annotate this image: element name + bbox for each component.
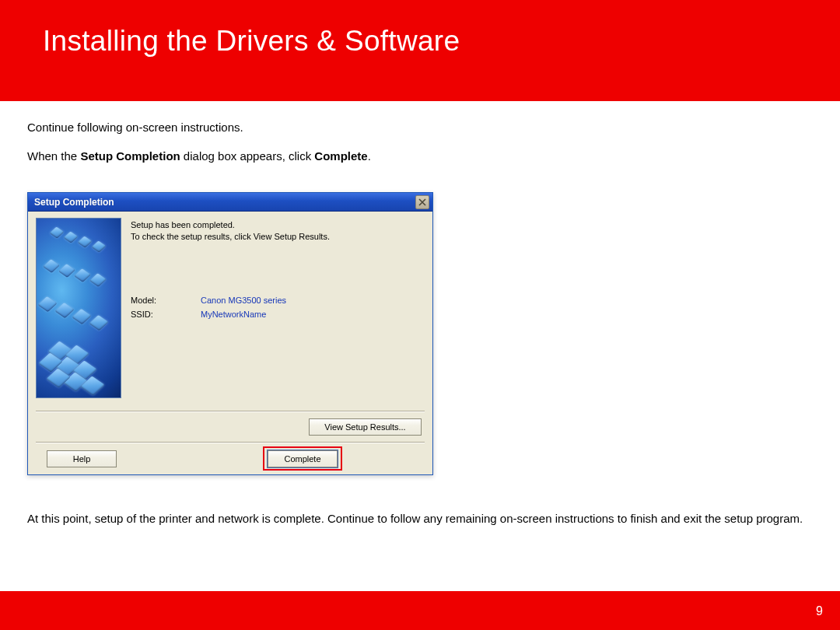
slide-body: Continue following on-screen instruction… <box>0 101 840 591</box>
view-setup-results-button[interactable]: View Setup Results... <box>309 418 422 436</box>
closing-paragraph: At this point, setup of the printer and … <box>27 511 813 527</box>
divider-2 <box>36 442 425 443</box>
slide-title: Installing the Drivers & Software <box>43 25 460 58</box>
dialog-titlebar[interactable]: Setup Completion <box>28 193 432 212</box>
instr2-pre: When the <box>27 149 80 163</box>
divider-1 <box>36 411 425 412</box>
setup-completion-dialog: Setup Completion <box>27 192 433 475</box>
model-label: Model: <box>131 296 201 305</box>
msg-line-1: Setup has been completed. <box>131 220 235 229</box>
dialog-body: Setup has been completed. To check the s… <box>28 212 432 474</box>
instr2-mid: dialog box appears, click <box>180 149 315 163</box>
model-value: Canon MG3500 series <box>201 296 286 305</box>
instr2-bold-1: Setup Completion <box>80 149 180 163</box>
instr2-bold-2: Complete <box>314 149 367 163</box>
close-button[interactable] <box>415 195 429 209</box>
help-button[interactable]: Help <box>47 450 117 467</box>
dialog-title: Setup Completion <box>34 197 415 208</box>
dialog-sidebar-graphic <box>36 218 121 398</box>
instruction-line-1: Continue following on-screen instruction… <box>27 121 243 134</box>
slide-header: Installing the Drivers & Software <box>0 0 840 101</box>
instruction-line-2: When the Setup Completion dialog box app… <box>27 149 371 163</box>
instr2-post: . <box>368 149 371 163</box>
model-row: Model: Canon MG3500 series <box>131 296 286 305</box>
page-number: 9 <box>816 604 823 618</box>
complete-button[interactable]: Complete <box>268 450 338 467</box>
ssid-label: SSID: <box>131 310 201 319</box>
complete-button-highlight: Complete <box>263 446 342 471</box>
ssid-row: SSID: MyNetworkName <box>131 310 266 319</box>
msg-line-2: To check the setup results, click View S… <box>131 232 330 241</box>
close-icon <box>418 198 426 206</box>
dialog-message: Setup has been completed. To check the s… <box>131 219 330 243</box>
ssid-value: MyNetworkName <box>201 310 266 319</box>
